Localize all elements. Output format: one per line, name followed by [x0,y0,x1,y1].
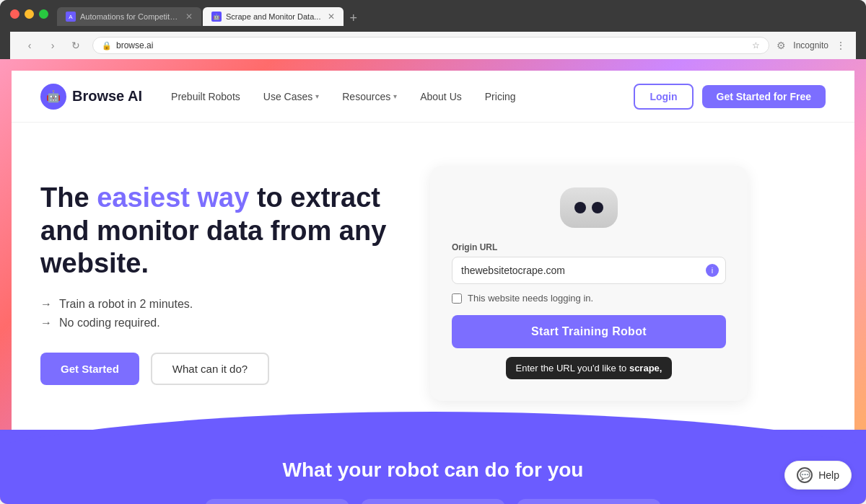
back-button[interactable]: ‹ [20,36,39,55]
address-bar-row: ‹ › ↻ 🔒 browse.ai ☆ ⚙ Incognito ⋮ [10,32,856,59]
menu-icon[interactable]: ⋮ [836,40,846,51]
incognito-label: Incognito [793,40,828,51]
new-tab-button[interactable]: + [345,11,362,26]
nav-resources[interactable]: Resources ▾ [342,91,397,102]
arrow-icon: → [40,298,52,311]
browser-tab-active[interactable]: 🤖 Scrape and Monitor Data... ✕ [203,7,344,26]
page-wrapper: 🤖 Browse AI Prebuilt Robots Use Cases ▾ [0,59,866,504]
nav-use-cases[interactable]: Use Cases ▾ [263,91,319,102]
address-icons: ☆ [752,40,760,50]
browser-tabs: A Automations for Competitive... ✕ 🤖 Scr… [57,7,362,26]
maximize-button[interactable] [39,9,48,19]
get-started-hero-button[interactable]: Get Started [40,353,139,385]
address-bar[interactable]: 🔒 browse.ai ☆ [92,37,769,54]
nav-prebuilt-robots[interactable]: Prebuilt Robots [171,91,240,102]
logo-text: Browse AI [72,88,142,105]
bullet-2: → No coding required. [40,317,387,330]
reload-button[interactable]: ↻ [66,36,85,55]
tooltip-wrapper: Enter the URL you'd like to scrape, [452,357,726,379]
demo-card: Origin URL i This website needs logging … [430,166,748,401]
browser-titlebar: A Automations for Competitive... ✕ 🤖 Scr… [0,0,866,59]
robot-avatar [452,187,726,228]
bottom-card-3 [517,499,661,504]
help-icon: 💬 [797,467,813,483]
tab-favicon-active: 🤖 [211,12,222,22]
wave-top [0,401,866,444]
bottom-card-1 [205,499,349,504]
bottom-section-title: What your robot can do for you [29,459,837,482]
browser-frame: A Automations for Competitive... ✕ 🤖 Scr… [0,0,866,504]
logo-icon: 🤖 [40,84,66,110]
get-started-button[interactable]: Get Started for Free [702,85,826,108]
tab-close-icon[interactable]: ✕ [185,12,193,22]
what-can-it-do-button[interactable]: What can it do? [151,353,269,385]
bullet-1: → Train a robot in 2 minutes. [40,298,387,311]
browser-content: 🤖 Browse AI Prebuilt Robots Use Cases ▾ [0,59,866,504]
hero-bullets: → Train a robot in 2 minutes. → No codin… [40,298,387,330]
help-label: Help [818,469,839,481]
arrow-icon: → [40,317,52,330]
url-input-wrapper: i [452,257,726,284]
bookmark-icon[interactable]: ☆ [752,40,760,50]
robot-eye-right [592,202,603,213]
info-icon[interactable]: i [706,264,719,277]
nav-pricing[interactable]: Pricing [485,91,516,102]
hero-right: Origin URL i This website needs logging … [430,166,748,401]
bottom-card-2 [361,499,505,504]
minimize-button[interactable] [25,9,34,19]
window-controls [10,9,48,25]
tab-title: Automations for Competitive... [80,12,178,21]
forward-button[interactable]: › [43,36,62,55]
address-text: browse.ai [116,40,748,50]
main-nav: 🤖 Browse AI Prebuilt Robots Use Cases ▾ [12,71,854,123]
chevron-down-icon: ▾ [393,92,397,100]
train-robot-button[interactable]: Start Training Robot [452,315,726,348]
nav-about-us[interactable]: About Us [420,91,462,102]
page-inner: 🤖 Browse AI Prebuilt Robots Use Cases ▾ [12,71,854,430]
nav-links: Prebuilt Robots Use Cases ▾ Resources ▾ … [171,91,634,102]
login-button[interactable]: Login [634,84,693,110]
bottom-section: What your robot can do for you [0,430,866,504]
hero-buttons: Get Started What can it do? [40,353,387,385]
tooltip: Enter the URL you'd like to scrape, [506,357,673,379]
login-checkbox-label: This website needs logging in. [468,293,593,304]
tab-favicon: A [66,12,76,22]
hero-left: The easiest way to extract and monitor d… [40,182,387,385]
tab-close-active-icon[interactable]: ✕ [328,12,335,22]
nav-actions: Login Get Started for Free [634,84,826,110]
close-button[interactable] [10,9,19,19]
tab-title-active: Scrape and Monitor Data... [226,12,320,21]
hero-section: The easiest way to extract and monitor d… [12,123,854,430]
login-checkbox[interactable] [452,293,462,304]
nav-buttons: ‹ › ↻ [20,36,85,55]
form-label: Origin URL [452,242,726,252]
extensions-icon[interactable]: ⚙ [777,40,786,51]
robot-face [560,187,618,228]
help-button[interactable]: 💬 Help [784,461,852,490]
logo[interactable]: 🤖 Browse AI [40,84,142,110]
chevron-down-icon: ▾ [315,92,319,100]
hero-heading: The easiest way to extract and monitor d… [40,182,387,280]
bottom-cards-row [29,499,837,504]
browser-action-icons: ⚙ Incognito ⋮ [777,40,846,51]
url-input[interactable] [452,257,726,284]
login-checkbox-row: This website needs logging in. [452,293,726,304]
robot-eye-left [574,202,586,213]
lock-icon: 🔒 [102,41,112,50]
browser-tab[interactable]: A Automations for Competitive... ✕ [57,7,201,26]
